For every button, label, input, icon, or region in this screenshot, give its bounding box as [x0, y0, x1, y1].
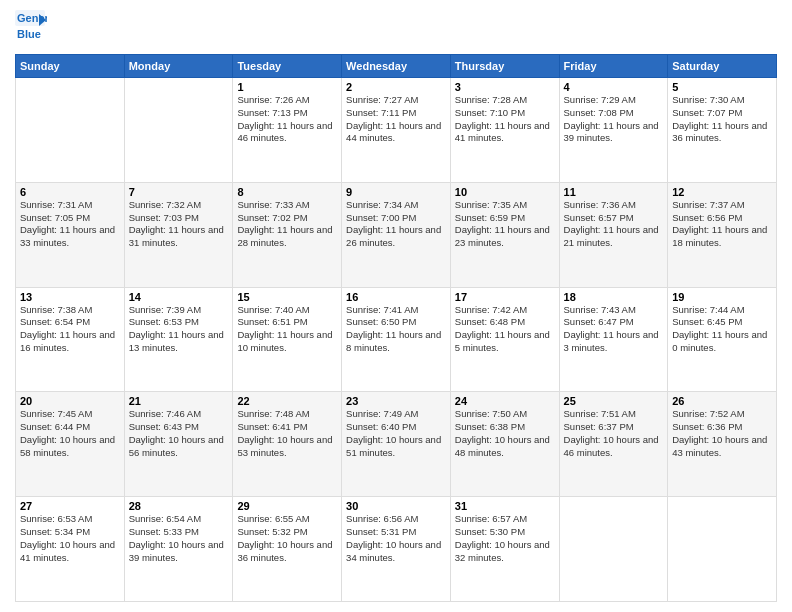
calendar-cell	[668, 497, 777, 602]
day-number: 2	[346, 81, 446, 93]
day-info: Sunrise: 6:56 AM	[346, 513, 446, 526]
calendar-cell: 15Sunrise: 7:40 AMSunset: 6:51 PMDayligh…	[233, 287, 342, 392]
day-number: 21	[129, 395, 229, 407]
calendar-cell: 2Sunrise: 7:27 AMSunset: 7:11 PMDaylight…	[342, 78, 451, 183]
day-info: Sunrise: 7:43 AM	[564, 304, 664, 317]
day-info: Daylight: 11 hours and 41 minutes.	[455, 120, 555, 146]
day-info: Sunset: 6:43 PM	[129, 421, 229, 434]
calendar-cell	[559, 497, 668, 602]
calendar-cell: 8Sunrise: 7:33 AMSunset: 7:02 PMDaylight…	[233, 182, 342, 287]
day-info: Sunset: 5:30 PM	[455, 526, 555, 539]
day-header-tuesday: Tuesday	[233, 55, 342, 78]
day-info: Sunrise: 7:31 AM	[20, 199, 120, 212]
day-info: Sunrise: 7:37 AM	[672, 199, 772, 212]
day-info: Sunset: 7:10 PM	[455, 107, 555, 120]
calendar-cell: 13Sunrise: 7:38 AMSunset: 6:54 PMDayligh…	[16, 287, 125, 392]
day-info: Sunrise: 7:44 AM	[672, 304, 772, 317]
day-number: 19	[672, 291, 772, 303]
calendar-cell: 28Sunrise: 6:54 AMSunset: 5:33 PMDayligh…	[124, 497, 233, 602]
calendar-cell: 25Sunrise: 7:51 AMSunset: 6:37 PMDayligh…	[559, 392, 668, 497]
day-info: Sunset: 7:07 PM	[672, 107, 772, 120]
day-info: Sunset: 6:45 PM	[672, 316, 772, 329]
day-info: Sunset: 5:33 PM	[129, 526, 229, 539]
day-info: Daylight: 11 hours and 21 minutes.	[564, 224, 664, 250]
calendar-cell	[124, 78, 233, 183]
day-number: 20	[20, 395, 120, 407]
day-number: 3	[455, 81, 555, 93]
day-info: Daylight: 10 hours and 34 minutes.	[346, 539, 446, 565]
calendar-cell: 12Sunrise: 7:37 AMSunset: 6:56 PMDayligh…	[668, 182, 777, 287]
day-number: 1	[237, 81, 337, 93]
day-info: Daylight: 11 hours and 33 minutes.	[20, 224, 120, 250]
day-info: Sunset: 5:32 PM	[237, 526, 337, 539]
calendar-cell: 6Sunrise: 7:31 AMSunset: 7:05 PMDaylight…	[16, 182, 125, 287]
calendar-cell: 5Sunrise: 7:30 AMSunset: 7:07 PMDaylight…	[668, 78, 777, 183]
day-info: Sunrise: 7:49 AM	[346, 408, 446, 421]
calendar-cell: 14Sunrise: 7:39 AMSunset: 6:53 PMDayligh…	[124, 287, 233, 392]
day-info: Sunrise: 7:28 AM	[455, 94, 555, 107]
day-info: Daylight: 10 hours and 43 minutes.	[672, 434, 772, 460]
calendar-cell: 26Sunrise: 7:52 AMSunset: 6:36 PMDayligh…	[668, 392, 777, 497]
day-info: Sunset: 6:53 PM	[129, 316, 229, 329]
day-info: Sunset: 5:31 PM	[346, 526, 446, 539]
day-info: Daylight: 11 hours and 10 minutes.	[237, 329, 337, 355]
day-info: Daylight: 11 hours and 23 minutes.	[455, 224, 555, 250]
day-info: Sunrise: 7:39 AM	[129, 304, 229, 317]
day-info: Sunset: 6:44 PM	[20, 421, 120, 434]
calendar-cell: 3Sunrise: 7:28 AMSunset: 7:10 PMDaylight…	[450, 78, 559, 183]
day-number: 16	[346, 291, 446, 303]
day-info: Sunset: 7:03 PM	[129, 212, 229, 225]
calendar-cell: 9Sunrise: 7:34 AMSunset: 7:00 PMDaylight…	[342, 182, 451, 287]
day-info: Sunrise: 6:55 AM	[237, 513, 337, 526]
day-info: Sunrise: 7:26 AM	[237, 94, 337, 107]
day-header-friday: Friday	[559, 55, 668, 78]
day-info: Daylight: 11 hours and 44 minutes.	[346, 120, 446, 146]
day-info: Sunrise: 7:41 AM	[346, 304, 446, 317]
day-info: Daylight: 11 hours and 18 minutes.	[672, 224, 772, 250]
day-info: Daylight: 10 hours and 58 minutes.	[20, 434, 120, 460]
day-number: 4	[564, 81, 664, 93]
calendar-cell: 22Sunrise: 7:48 AMSunset: 6:41 PMDayligh…	[233, 392, 342, 497]
day-number: 26	[672, 395, 772, 407]
day-info: Daylight: 10 hours and 41 minutes.	[20, 539, 120, 565]
day-number: 13	[20, 291, 120, 303]
day-info: Daylight: 10 hours and 36 minutes.	[237, 539, 337, 565]
day-info: Sunrise: 7:30 AM	[672, 94, 772, 107]
calendar-cell: 11Sunrise: 7:36 AMSunset: 6:57 PMDayligh…	[559, 182, 668, 287]
calendar-cell: 17Sunrise: 7:42 AMSunset: 6:48 PMDayligh…	[450, 287, 559, 392]
day-info: Sunrise: 7:33 AM	[237, 199, 337, 212]
calendar-cell: 18Sunrise: 7:43 AMSunset: 6:47 PMDayligh…	[559, 287, 668, 392]
day-info: Sunset: 6:54 PM	[20, 316, 120, 329]
day-info: Sunrise: 7:50 AM	[455, 408, 555, 421]
day-info: Daylight: 11 hours and 36 minutes.	[672, 120, 772, 146]
day-info: Sunset: 6:50 PM	[346, 316, 446, 329]
day-info: Sunrise: 7:32 AM	[129, 199, 229, 212]
day-number: 17	[455, 291, 555, 303]
day-info: Sunrise: 7:48 AM	[237, 408, 337, 421]
calendar-cell: 24Sunrise: 7:50 AMSunset: 6:38 PMDayligh…	[450, 392, 559, 497]
day-number: 27	[20, 500, 120, 512]
day-info: Sunrise: 7:46 AM	[129, 408, 229, 421]
day-info: Sunset: 7:00 PM	[346, 212, 446, 225]
day-info: Sunrise: 6:53 AM	[20, 513, 120, 526]
day-info: Sunset: 7:13 PM	[237, 107, 337, 120]
day-header-monday: Monday	[124, 55, 233, 78]
day-info: Daylight: 11 hours and 5 minutes.	[455, 329, 555, 355]
day-info: Sunset: 6:48 PM	[455, 316, 555, 329]
day-info: Sunset: 6:41 PM	[237, 421, 337, 434]
calendar-cell: 19Sunrise: 7:44 AMSunset: 6:45 PMDayligh…	[668, 287, 777, 392]
day-info: Daylight: 10 hours and 48 minutes.	[455, 434, 555, 460]
calendar-cell: 29Sunrise: 6:55 AMSunset: 5:32 PMDayligh…	[233, 497, 342, 602]
day-number: 14	[129, 291, 229, 303]
calendar-cell	[16, 78, 125, 183]
day-header-saturday: Saturday	[668, 55, 777, 78]
day-number: 23	[346, 395, 446, 407]
calendar-cell: 20Sunrise: 7:45 AMSunset: 6:44 PMDayligh…	[16, 392, 125, 497]
svg-text:Blue: Blue	[17, 28, 41, 40]
day-number: 5	[672, 81, 772, 93]
day-info: Sunrise: 7:35 AM	[455, 199, 555, 212]
day-info: Daylight: 11 hours and 31 minutes.	[129, 224, 229, 250]
day-info: Sunrise: 7:38 AM	[20, 304, 120, 317]
day-info: Daylight: 11 hours and 3 minutes.	[564, 329, 664, 355]
day-info: Sunrise: 7:45 AM	[20, 408, 120, 421]
